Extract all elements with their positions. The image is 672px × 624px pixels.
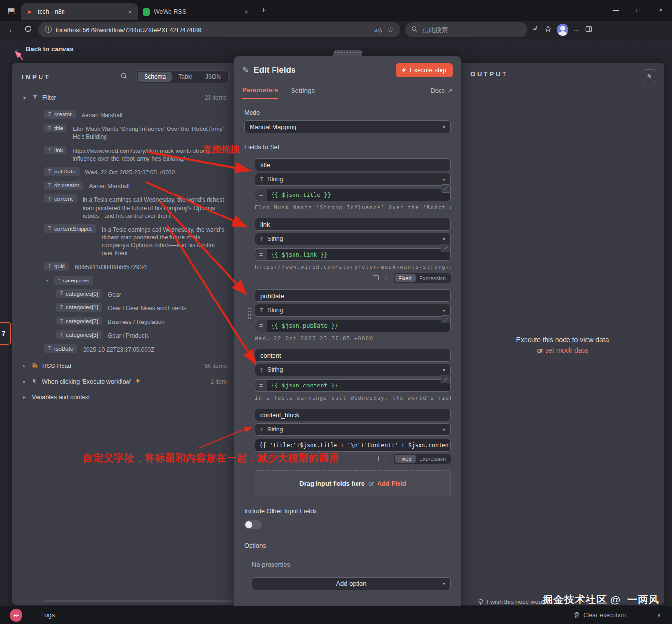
field-type-select[interactable]: T String ▾ bbox=[255, 173, 451, 186]
tab-actions-icon[interactable]: ▤ bbox=[5, 4, 18, 17]
execute-step-button[interactable]: Execute step bbox=[396, 63, 453, 77]
field-type-select[interactable]: T String ▾ bbox=[255, 364, 451, 376]
chevron-right-icon[interactable]: ▸ bbox=[22, 394, 27, 400]
kebab-menu-icon[interactable]: ⋮ bbox=[383, 275, 389, 281]
drag-handle-icon[interactable] bbox=[247, 307, 252, 320]
field-pill-categories-3[interactable]: Tcategories[3] bbox=[56, 330, 102, 339]
add-field-link[interactable]: Add Field bbox=[377, 480, 406, 487]
field-pill-dc-creator[interactable]: Tdc:creator bbox=[44, 181, 83, 190]
close-tab-icon[interactable]: × bbox=[243, 8, 249, 16]
field-name-input[interactable]: pubDate bbox=[255, 289, 451, 302]
search-box[interactable] bbox=[405, 22, 527, 37]
field-pill-link[interactable]: Tlink bbox=[44, 146, 66, 154]
field-pill-categories-1[interactable]: Tcategories[1] bbox=[56, 303, 102, 312]
field-value-expression[interactable]: {{ $json.link }} bbox=[267, 248, 451, 261]
maximize-icon[interactable]: □ bbox=[627, 0, 650, 21]
field-pill-isodate[interactable]: TisoDate bbox=[44, 344, 77, 353]
browser-tab-wewe[interactable]: WeWe RSS × bbox=[138, 3, 254, 20]
tab-schema[interactable]: Schema bbox=[138, 72, 172, 82]
field-pill-pubdate[interactable]: TpubDate bbox=[44, 167, 80, 176]
canvas-node-badge[interactable]: 7 bbox=[0, 322, 11, 345]
categories-group[interactable]: ▾ ≡categories bbox=[44, 276, 228, 285]
tab-table[interactable]: Table bbox=[172, 72, 199, 82]
field-value-expression[interactable]: {{ 'Title:'+$json.title + '\n'+'Content:… bbox=[255, 439, 451, 452]
input-search-icon[interactable] bbox=[120, 72, 127, 82]
field-value: https://www.wired.com/story/elon-musk-wa… bbox=[72, 146, 228, 163]
horizontal-scrollbar[interactable] bbox=[43, 600, 231, 602]
field-type-select[interactable]: T String ▾ bbox=[255, 423, 451, 436]
field-name-input[interactable]: link bbox=[255, 218, 451, 231]
open-expression-editor-icon[interactable]: ⤢ bbox=[441, 315, 451, 323]
schema-group-rss-read[interactable]: ▸ RSS Read 50 items bbox=[22, 358, 228, 374]
field-name-input[interactable]: content bbox=[255, 349, 451, 362]
field-pill-categories[interactable]: ≡categories bbox=[54, 276, 93, 285]
output-empty-message: Execute this node to view data or set mo… bbox=[461, 334, 664, 356]
fixed-chip[interactable]: Fixed bbox=[395, 274, 416, 282]
translate-icon[interactable]: aあ bbox=[374, 26, 382, 34]
field-type-select[interactable]: T String ▾ bbox=[255, 233, 451, 245]
chevron-right-icon[interactable]: ▸ bbox=[22, 379, 27, 384]
expression-chip[interactable]: Expression bbox=[416, 455, 450, 463]
address-bar[interactable]: ⓘ localhost:5679/workflow/72RoUZftlePXE4… bbox=[38, 22, 400, 37]
inline-table-icon[interactable] bbox=[373, 275, 379, 281]
favorites-bar-icon[interactable] bbox=[545, 25, 552, 34]
tab-settings[interactable]: Settings bbox=[291, 82, 315, 99]
fixed-chip[interactable]: Fixed bbox=[395, 455, 416, 463]
chevron-down-icon[interactable]: ▾ bbox=[44, 278, 50, 283]
open-expression-editor-icon[interactable]: ⤢ bbox=[441, 184, 451, 193]
field-pill-title[interactable]: Ttitle bbox=[44, 124, 67, 132]
user-avatar[interactable]: FF bbox=[10, 609, 22, 622]
field-pill-categories-2[interactable]: Tcategories[2] bbox=[56, 317, 102, 325]
tab-json[interactable]: JSON bbox=[199, 72, 227, 82]
field-name-input[interactable]: content_block bbox=[255, 409, 451, 421]
schema-group-manual-trigger[interactable]: ▸ When clicking ‘Execute workflow’ 1 ite… bbox=[22, 374, 228, 389]
field-pill-guid[interactable]: Tguid bbox=[44, 262, 69, 271]
schema-group-filter[interactable]: ▾ Filter 23 items bbox=[22, 90, 228, 106]
field-name-input[interactable]: title bbox=[255, 158, 451, 171]
reload-icon[interactable] bbox=[22, 25, 33, 35]
mode-select[interactable]: Manual Mapping ▾ bbox=[244, 120, 451, 133]
minimize-icon[interactable]: — bbox=[605, 0, 627, 21]
logs-button[interactable]: Logs bbox=[41, 611, 55, 619]
chevron-down-icon[interactable]: ▾ bbox=[22, 95, 27, 101]
node-feedback-link[interactable]: I wish this node would... bbox=[478, 599, 552, 605]
set-mock-data-link[interactable]: set mock data bbox=[545, 346, 588, 354]
field-value-expression[interactable]: {{ $json.pubDate }} bbox=[267, 320, 451, 332]
new-tab-button[interactable]: + bbox=[257, 3, 271, 17]
search-input[interactable] bbox=[421, 26, 506, 34]
collapse-panel-icon[interactable]: ∧ bbox=[657, 612, 661, 619]
browser-tab-n8n[interactable]: ▶ tech - n8n × bbox=[21, 3, 138, 20]
inline-table-icon[interactable] bbox=[373, 456, 379, 462]
clear-execution-button[interactable]: Clear execution bbox=[574, 612, 626, 619]
schema-group-variables[interactable]: ▸ Variables and context bbox=[22, 389, 228, 405]
sidebar-toggle-icon[interactable] bbox=[585, 25, 592, 34]
field-pill-content[interactable]: Tcontent bbox=[44, 194, 77, 203]
close-tab-icon[interactable]: × bbox=[127, 8, 133, 16]
back-icon[interactable]: ← bbox=[7, 25, 18, 34]
favorite-star-icon[interactable]: ☆ bbox=[387, 26, 394, 34]
dialog-drag-handle[interactable] bbox=[333, 50, 362, 57]
field-value-expression[interactable]: {{ $json.title }} bbox=[267, 189, 451, 201]
site-info-icon[interactable]: ⓘ bbox=[45, 25, 52, 34]
field-pill-creator[interactable]: Tcreator bbox=[44, 110, 76, 119]
docs-link[interactable]: Docs ↗ bbox=[430, 87, 453, 94]
field-value-expression[interactable]: {{ $json.content }} bbox=[267, 379, 451, 392]
kebab-menu-icon[interactable]: ⋮ bbox=[383, 456, 389, 462]
edit-output-icon[interactable]: ✎ bbox=[643, 69, 656, 83]
browser-essentials-icon[interactable] bbox=[532, 25, 540, 34]
more-menu-icon[interactable]: ⋯ bbox=[573, 26, 580, 34]
add-option-select[interactable]: Add option ▾ bbox=[252, 577, 451, 590]
profile-avatar[interactable] bbox=[557, 24, 568, 36]
expression-chip[interactable]: Expression bbox=[416, 274, 450, 282]
drag-drop-area[interactable]: Drag input fields here or Add Field bbox=[255, 470, 451, 496]
field-type-select[interactable]: T String ▾ bbox=[255, 304, 451, 317]
field-pill-categories-0[interactable]: Tcategories[0] bbox=[56, 289, 102, 298]
back-to-canvas-link[interactable]: ← Back to canvas bbox=[15, 45, 74, 53]
tab-parameters[interactable]: Parameters bbox=[242, 82, 278, 99]
open-expression-editor-icon[interactable]: ⤢ bbox=[441, 244, 451, 252]
include-other-fields-toggle[interactable] bbox=[244, 520, 262, 529]
field-pill-contentsnippet[interactable]: TcontentSnippet bbox=[44, 224, 96, 233]
chevron-right-icon[interactable]: ▸ bbox=[22, 363, 27, 368]
close-window-icon[interactable]: × bbox=[650, 0, 672, 21]
open-expression-editor-icon[interactable]: ⤢ bbox=[441, 375, 451, 383]
